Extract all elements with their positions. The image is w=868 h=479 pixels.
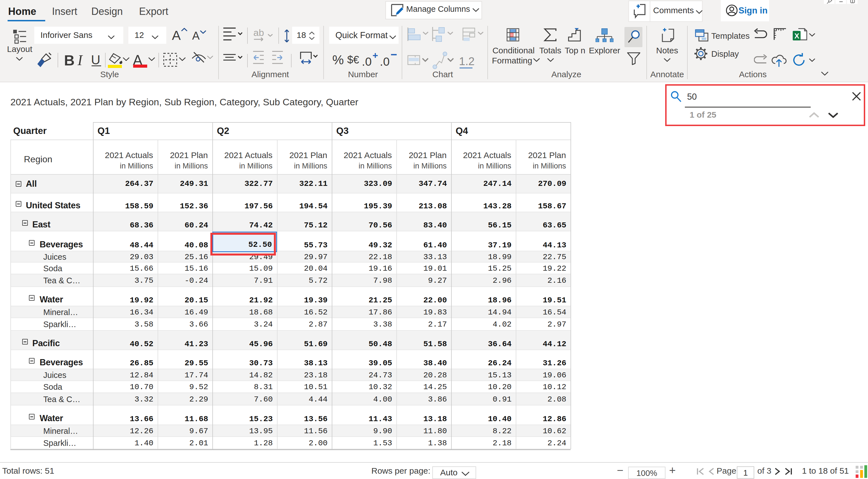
svg-text:X: X [795,32,800,40]
svg-text:ab: ab [253,28,264,38]
